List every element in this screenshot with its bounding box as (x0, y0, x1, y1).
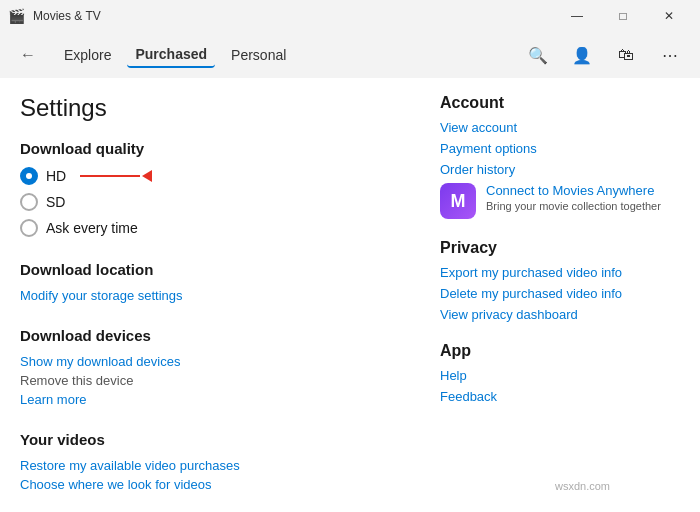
order-history-link[interactable]: Order history (440, 162, 680, 177)
back-button[interactable]: ← (12, 39, 44, 71)
privacy-section: Privacy Export my purchased video info D… (440, 239, 680, 322)
nav-tabs: Explore Purchased Personal (48, 42, 516, 68)
download-devices-section: Download devices Show my download device… (20, 327, 400, 407)
your-videos-section: Your videos Restore my available video p… (20, 431, 400, 492)
sd-radio[interactable] (20, 193, 38, 211)
movies-anywhere-card: M Connect to Movies Anywhere Bring your … (440, 183, 680, 219)
download-quality-title: Download quality (20, 140, 400, 157)
minimize-button[interactable]: — (554, 0, 600, 32)
sd-option[interactable]: SD (20, 193, 400, 211)
more-button[interactable]: ⋯ (652, 37, 688, 73)
hd-radio[interactable] (20, 167, 38, 185)
nav-actions: 🔍 👤 🛍 ⋯ (520, 37, 688, 73)
tab-personal[interactable]: Personal (223, 43, 294, 67)
payment-options-link[interactable]: Payment options (440, 141, 680, 156)
more-icon: ⋯ (662, 46, 678, 65)
remove-device-text: Remove this device (20, 373, 400, 388)
page-title: Settings (20, 94, 400, 122)
store-icon: 🛍 (618, 46, 634, 64)
download-devices-title: Download devices (20, 327, 400, 344)
main-content: Settings Download quality HD SD (0, 78, 700, 512)
feedback-link[interactable]: Feedback (440, 389, 680, 404)
movies-anywhere-text: Connect to Movies Anywhere Bring your mo… (486, 183, 680, 212)
ma-icon-text: M (451, 191, 466, 212)
hd-option[interactable]: HD (20, 167, 400, 185)
account-button[interactable]: 👤 (564, 37, 600, 73)
search-button[interactable]: 🔍 (520, 37, 556, 73)
title-bar-left: 🎬 Movies & TV (8, 8, 554, 24)
delete-video-info-link[interactable]: Delete my purchased video info (440, 286, 680, 301)
download-location-section: Download location Modify your storage se… (20, 261, 400, 303)
back-icon: ← (20, 46, 36, 64)
app-title: Movies & TV (33, 9, 101, 23)
help-link[interactable]: Help (440, 368, 680, 383)
export-video-info-link[interactable]: Export my purchased video info (440, 265, 680, 280)
privacy-dashboard-link[interactable]: View privacy dashboard (440, 307, 680, 322)
your-videos-title: Your videos (20, 431, 400, 448)
hd-label: HD (46, 168, 66, 184)
sd-label: SD (46, 194, 65, 210)
arrow-line (80, 175, 140, 177)
show-download-devices-link[interactable]: Show my download devices (20, 354, 400, 369)
maximize-button[interactable]: □ (600, 0, 646, 32)
tab-explore[interactable]: Explore (56, 43, 119, 67)
search-icon: 🔍 (528, 46, 548, 65)
account-title: Account (440, 94, 680, 112)
view-account-link[interactable]: View account (440, 120, 680, 135)
learn-more-link[interactable]: Learn more (20, 392, 400, 407)
store-button[interactable]: 🛍 (608, 37, 644, 73)
restore-purchases-link[interactable]: Restore my available video purchases (20, 458, 400, 473)
account-section: Account View account Payment options Ord… (440, 94, 680, 219)
left-column: Settings Download quality HD SD (20, 94, 400, 496)
tab-purchased[interactable]: Purchased (127, 42, 215, 68)
download-location-title: Download location (20, 261, 400, 278)
ask-radio[interactable] (20, 219, 38, 237)
movies-anywhere-icon: M (440, 183, 476, 219)
red-arrow (80, 170, 152, 182)
account-icon: 👤 (572, 46, 592, 65)
modify-storage-link[interactable]: Modify your storage settings (20, 288, 400, 303)
title-bar: 🎬 Movies & TV — □ ✕ (0, 0, 700, 32)
ask-option[interactable]: Ask every time (20, 219, 400, 237)
app-icon: 🎬 (8, 8, 25, 24)
movies-anywhere-title[interactable]: Connect to Movies Anywhere (486, 183, 680, 198)
ask-label: Ask every time (46, 220, 138, 236)
choose-video-location-link[interactable]: Choose where we look for videos (20, 477, 400, 492)
arrow-head (142, 170, 152, 182)
right-column: Account View account Payment options Ord… (440, 94, 680, 496)
title-bar-controls: — □ ✕ (554, 0, 692, 32)
app-section: App Help Feedback (440, 342, 680, 404)
download-quality-section: Download quality HD SD (20, 140, 400, 237)
quality-radio-group: HD SD Ask every time (20, 167, 400, 237)
movies-anywhere-subtitle: Bring your movie collection together (486, 200, 680, 212)
close-button[interactable]: ✕ (646, 0, 692, 32)
privacy-title: Privacy (440, 239, 680, 257)
app-title: App (440, 342, 680, 360)
nav-bar: ← Explore Purchased Personal 🔍 👤 🛍 ⋯ (0, 32, 700, 78)
